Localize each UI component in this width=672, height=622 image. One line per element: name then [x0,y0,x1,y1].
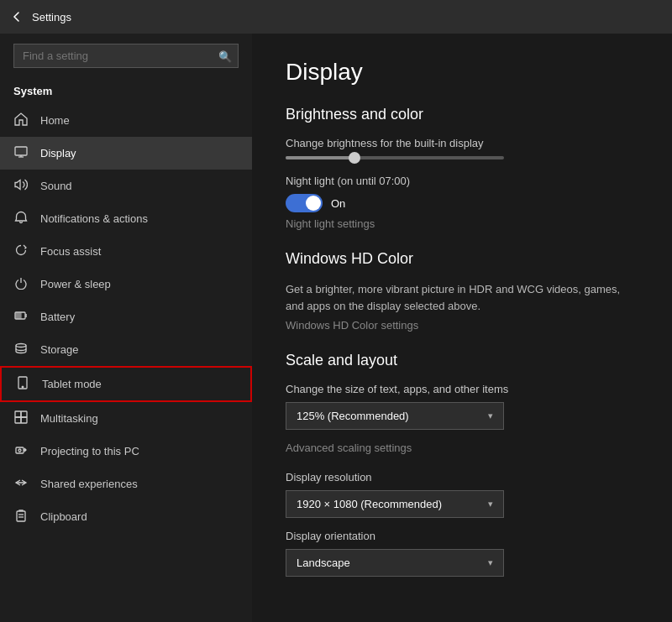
svg-rect-11 [21,411,27,417]
sidebar-item-label: Multitasking [40,412,98,425]
svg-rect-10 [15,411,21,417]
main-layout: 🔍 System Home Display [0,34,672,622]
toggle-knob [306,196,321,211]
advanced-scaling-link[interactable]: Advanced scaling settings [286,442,638,454]
svg-rect-13 [21,417,27,423]
battery-icon [13,309,29,325]
sidebar-item-power-sleep[interactable]: Power & sleep [0,268,252,301]
multitasking-icon [13,410,29,426]
night-light-toggle-row: On [286,194,638,212]
orientation-dropdown-arrow: ▾ [488,557,493,568]
sidebar-item-label: Projecting to this PC [40,445,139,457]
sidebar-item-label: Notifications & actions [40,212,148,225]
focus-assist-icon [13,243,29,259]
sidebar-item-label: Power & sleep [40,278,111,290]
resolution-value: 1920 × 1080 (Recommended) [297,498,442,510]
page-title: Display [286,59,638,86]
orientation-dropdown-container: Landscape ▾ [286,549,638,577]
scale-dropdown-arrow: ▾ [488,410,493,421]
scale-dropdown[interactable]: 125% (Recommended) ▾ [286,402,504,430]
titlebar-title: Settings [32,11,71,24]
night-light-toggle[interactable] [286,194,323,212]
svg-rect-14 [16,447,24,453]
resolution-dropdown[interactable]: 1920 × 1080 (Recommended) ▾ [286,490,504,518]
svg-point-7 [16,344,26,348]
resolution-label: Display resolution [286,471,638,483]
sidebar-item-sound[interactable]: Sound [0,170,252,202]
home-icon [13,112,29,128]
scale-label: Change the size of text, apps, and other… [286,383,638,395]
sidebar-item-notifications[interactable]: Notifications & actions [0,202,252,235]
sidebar-item-label: Sound [40,180,72,192]
sidebar-item-label: Display [40,147,76,159]
clipboard-icon [13,509,29,525]
night-light-label: Night light (on until 07:00) [286,175,638,187]
search-icon: 🔍 [218,50,232,62]
toggle-text: On [331,197,345,210]
sidebar-section-title: System [0,78,252,104]
sidebar-item-label: Tablet mode [42,378,102,390]
sidebar-item-label: Storage [40,343,79,356]
sidebar-item-tablet-mode[interactable]: Tablet mode [0,366,252,402]
search-input[interactable] [13,44,239,68]
sidebar-item-clipboard[interactable]: Clipboard [0,500,252,533]
sidebar-item-focus-assist[interactable]: Focus assist [0,235,252,268]
scale-value: 125% (Recommended) [297,410,409,422]
sound-icon [13,178,29,194]
brightness-section-title: Brightness and color [286,106,638,123]
back-button[interactable] [10,10,24,24]
search-container: 🔍 [13,44,239,68]
sidebar-item-label: Clipboard [40,510,87,523]
svg-rect-6 [16,313,21,318]
orientation-value: Landscape [297,557,350,569]
brightness-section: Brightness and color Change brightness f… [286,106,638,230]
sidebar-item-projecting[interactable]: Projecting to this PC [0,435,252,468]
resolution-dropdown-container: 1920 × 1080 (Recommended) ▾ [286,490,638,518]
brightness-label: Change brightness for the built-in displ… [286,137,638,149]
sidebar-item-battery[interactable]: Battery [0,301,252,333]
hd-color-settings-link[interactable]: Windows HD Color settings [286,319,638,332]
content-area: Display Brightness and color Change brig… [252,34,672,622]
notifications-icon [13,211,29,227]
sidebar-item-label: Shared experiences [40,478,138,490]
shared-experiences-icon [13,476,29,492]
resolution-dropdown-arrow: ▾ [488,499,493,510]
night-light-settings-link[interactable]: Night light settings [286,217,638,230]
sidebar-item-display[interactable]: Display [0,137,252,170]
display-icon [13,145,29,161]
svg-rect-12 [15,417,21,423]
svg-point-9 [22,386,24,388]
tablet-icon [15,376,30,392]
sidebar-item-multitasking[interactable]: Multitasking [0,402,252,435]
scale-dropdown-container: 125% (Recommended) ▾ [286,402,638,430]
scale-layout-section: Scale and layout Change the size of text… [286,352,638,577]
sidebar: 🔍 System Home Display [0,34,252,622]
svg-point-15 [18,449,21,452]
hd-color-description: Get a brighter, more vibrant picture in … [286,281,622,314]
orientation-label: Display orientation [286,530,638,542]
hd-color-title: Windows HD Color [286,250,638,268]
orientation-dropdown[interactable]: Landscape ▾ [286,549,504,577]
titlebar: Settings [0,0,672,34]
scale-layout-title: Scale and layout [286,352,638,369]
storage-icon [13,342,29,358]
sidebar-item-label: Battery [40,311,75,323]
hd-color-section: Windows HD Color Get a brighter, more vi… [286,250,638,332]
sidebar-item-label: Focus assist [40,245,101,258]
sidebar-item-home[interactable]: Home [0,104,252,137]
svg-rect-16 [17,511,25,521]
projecting-icon [13,443,29,459]
power-icon [13,276,29,292]
sidebar-item-storage[interactable]: Storage [0,333,252,366]
sidebar-item-shared-experiences[interactable]: Shared experiences [0,468,252,500]
sidebar-item-label: Home [40,114,70,127]
brightness-slider[interactable] [286,156,504,159]
svg-rect-0 [15,147,27,155]
